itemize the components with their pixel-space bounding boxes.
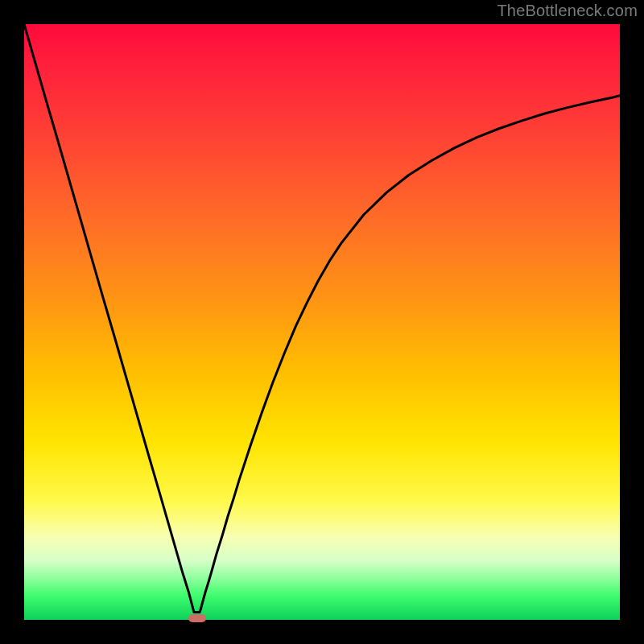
curve-path (24, 24, 620, 612)
plot-area (24, 24, 620, 620)
min-marker (188, 614, 206, 622)
chart-frame: TheBottleneck.com (0, 0, 644, 644)
watermark-text: TheBottleneck.com (497, 2, 638, 20)
curve-svg (24, 24, 620, 620)
